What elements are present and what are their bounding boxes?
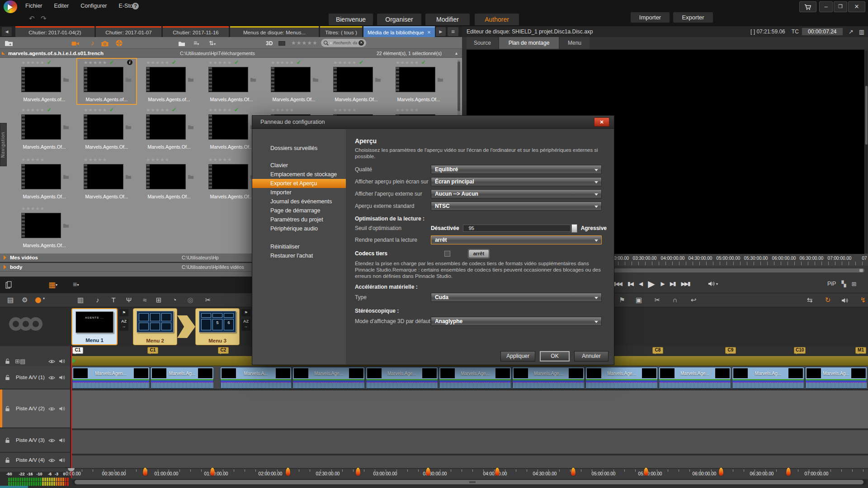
- library-item[interactable]: ★★★★★ ✓ Marvels.Agents.Of...: [15, 106, 74, 151]
- render-while-play-dropdown[interactable]: arrêt: [431, 235, 602, 244]
- speaker-icon[interactable]: [59, 374, 66, 380]
- quality-dropdown[interactable]: Equilibré: [431, 165, 602, 174]
- prev-marker-button[interactable]: ▮◀: [627, 281, 633, 287]
- import-button[interactable]: Importer: [631, 12, 670, 23]
- render-icon[interactable]: ↻: [822, 293, 834, 307]
- menu-chip-1[interactable]: AGENTS ... Menu 1: [71, 308, 118, 345]
- play-button[interactable]: ▶: [648, 278, 655, 289]
- track-lane-3[interactable]: [71, 430, 868, 455]
- sidebar-item[interactable]: Réinitialiser: [252, 242, 346, 251]
- export-button[interactable]: Exporter: [673, 12, 713, 23]
- menu-item[interactable]: Editer: [54, 3, 69, 9]
- render-marker-icon[interactable]: [356, 468, 360, 476]
- sidebar-item[interactable]: Restaurer l'achat: [252, 251, 346, 260]
- slider-handle[interactable]: [571, 224, 577, 233]
- rating-stars[interactable]: ★★★★★: [146, 60, 170, 65]
- add-tab-icon[interactable]: ⊞: [448, 27, 458, 36]
- disc-editor-tab[interactable]: Source: [467, 37, 498, 49]
- cart-icon[interactable]: [799, 1, 816, 12]
- search-box[interactable]: ▾ ✕: [321, 39, 366, 47]
- fullscreen-display-dropdown[interactable]: Écran principal: [431, 177, 602, 186]
- speaker-icon[interactable]: [59, 437, 66, 443]
- record-toggle-icon[interactable]: [35, 297, 41, 303]
- chapter-marker[interactable]: C9: [725, 347, 736, 354]
- sidebar-item[interactable]: Exporter et Aperçu: [252, 179, 346, 188]
- lock-icon[interactable]: [5, 375, 10, 380]
- rating-stars[interactable]: ★★★★★: [333, 107, 357, 113]
- info-icon[interactable]: i: [127, 60, 132, 65]
- library-item[interactable]: ★★★★★ ✓ Marvels.Agents.of...: [140, 59, 198, 104]
- chapter-marker[interactable]: C10: [794, 347, 806, 354]
- view-mode-icon[interactable]: ≡▾: [193, 39, 199, 47]
- montage-icon[interactable]: ⊞: [153, 293, 165, 307]
- library-tab[interactable]: Média de la bibliothèque ✕: [363, 26, 435, 37]
- lock-icon[interactable]: [5, 406, 10, 412]
- sort-az-icon[interactable]: AZ→: [241, 319, 250, 331]
- threshold-slider[interactable]: 95: [463, 225, 571, 232]
- track-lane-2[interactable]: [71, 390, 868, 429]
- restore-button[interactable]: ❐: [834, 1, 847, 12]
- step-back-button[interactable]: ◀: [639, 281, 642, 287]
- sidebar-item[interactable]: Clavier: [252, 161, 346, 170]
- apply-button[interactable]: Appliquer: [500, 351, 535, 361]
- scenes-icon[interactable]: [5, 281, 12, 289]
- menu-item[interactable]: Configurer: [80, 3, 107, 9]
- gear-icon[interactable]: ⚙: [19, 293, 31, 307]
- default-3d-mode-dropdown[interactable]: Anaglyphe: [431, 317, 602, 326]
- dual-view-icon[interactable]: ▥: [859, 28, 864, 35]
- render-marker-icon[interactable]: [426, 468, 430, 476]
- dialog-close-button[interactable]: ✕: [594, 117, 609, 127]
- step-forward-button[interactable]: ▶: [661, 281, 664, 287]
- track-header[interactable]: Piste A/V (2): [0, 389, 70, 428]
- menu-marker-icon[interactable]: ⚑: [119, 309, 128, 316]
- chapter-marker[interactable]: C8: [652, 347, 663, 354]
- library-item[interactable]: ★★★★★ ✓ Marvels.Agents.Of...: [140, 106, 198, 151]
- rating-stars[interactable]: ★★★★★: [21, 60, 45, 65]
- eye-icon[interactable]: [48, 374, 55, 380]
- pip-label[interactable]: PiP: [827, 281, 836, 287]
- audio-filter-icon[interactable]: ♪: [91, 39, 94, 47]
- sidebar-item[interactable]: Périphérique audio: [252, 224, 346, 233]
- library-item[interactable]: ★★★★★ Marvels.Agents.Of...: [140, 156, 198, 201]
- rating-stars[interactable]: ★★★★★: [208, 107, 232, 113]
- rating-stars[interactable]: ★★★★★: [21, 206, 45, 211]
- menu-chip-3[interactable]: 56 Menu 3: [195, 308, 240, 345]
- rating-stars[interactable]: ★★★★★: [271, 60, 294, 65]
- render-marker-icon[interactable]: [495, 468, 500, 476]
- media-thumbnail[interactable]: [84, 114, 123, 140]
- go-end-button[interactable]: ▶▶▮: [681, 281, 690, 287]
- media-thumbnail[interactable]: [146, 67, 186, 92]
- expand-icon[interactable]: [4, 265, 6, 269]
- chapter-marker[interactable]: C1: [72, 347, 83, 354]
- lock-icon[interactable]: [5, 457, 10, 463]
- detach-preview-icon[interactable]: ↗: [849, 28, 854, 35]
- chapter-marker[interactable]: C1: [147, 347, 158, 354]
- snapshot-icon[interactable]: ▣: [633, 293, 645, 307]
- codecs-stop-button[interactable]: arrêt: [468, 249, 489, 258]
- render-marker-icon[interactable]: [571, 468, 576, 476]
- sidebar-item[interactable]: Dossiers surveillés: [252, 144, 346, 153]
- clear-search-icon[interactable]: ✕: [359, 40, 364, 46]
- effects-icon[interactable]: ↯: [857, 293, 868, 307]
- sort-az-icon[interactable]: AZ→: [119, 319, 128, 331]
- library-tab[interactable]: Chutier: 2017-01-07: [96, 26, 161, 37]
- menu-chip-2[interactable]: Menu 2: [133, 308, 177, 345]
- preview-scrollbar-thumb[interactable]: [865, 86, 868, 145]
- media-thumbnail[interactable]: [21, 213, 61, 238]
- track-header[interactable]: Piste A/V (1): [0, 366, 70, 389]
- videos-filter-icon[interactable]: [71, 40, 79, 47]
- marker-icon[interactable]: ⚑: [616, 293, 628, 307]
- rating-stars[interactable]: ★★★★★: [84, 60, 107, 65]
- disc-editor-tab[interactable]: Plan de montage: [499, 37, 559, 49]
- timeline-clip[interactable]: Marvels.Age...: [366, 367, 438, 389]
- render-marker-icon[interactable]: [644, 468, 648, 476]
- minimize-button[interactable]: –: [819, 1, 833, 12]
- preview-scrollbar[interactable]: [865, 51, 868, 253]
- scroll-up-icon[interactable]: ▲: [454, 51, 458, 56]
- render-marker-icon[interactable]: [143, 468, 147, 476]
- voiceover-icon[interactable]: Ψ: [123, 293, 135, 307]
- rating-stars[interactable]: ★★★★★: [21, 107, 45, 113]
- mode-tab[interactable]: Organiser: [377, 14, 421, 25]
- close-button[interactable]: ✕: [848, 1, 865, 12]
- library-tab[interactable]: Chutier: 2017-11-16: [163, 26, 229, 37]
